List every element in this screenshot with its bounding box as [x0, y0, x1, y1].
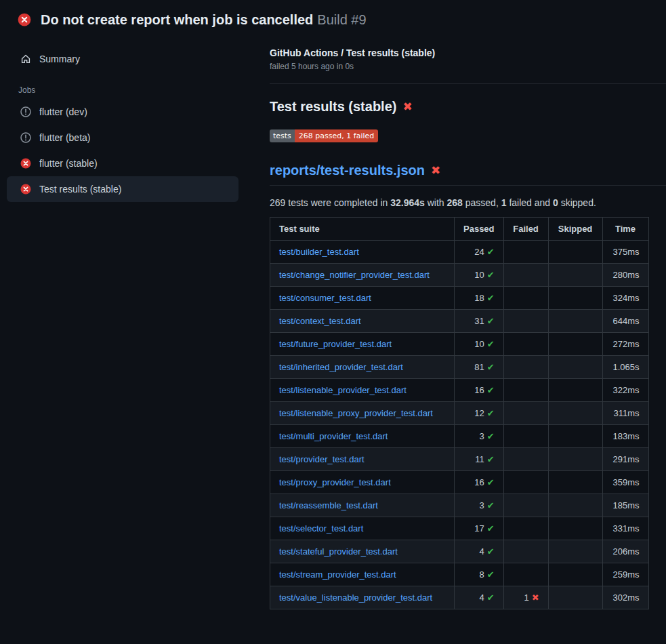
jobs-list: flutter (dev)flutter (beta)flutter (stab…: [7, 99, 238, 202]
suite-link[interactable]: test/reassemble_test.dart: [279, 500, 378, 510]
failed-cell: [503, 333, 548, 356]
neutral-circle-icon: [20, 106, 31, 117]
summary-line: 269 tests were completed in 32.964s with…: [270, 197, 666, 208]
time-cell: 302ms: [602, 586, 648, 609]
suite-link[interactable]: test/consumer_test.dart: [279, 293, 371, 303]
results-table: Test suitePassedFailedSkippedTime test/b…: [270, 217, 649, 609]
time-cell: 291ms: [602, 448, 648, 471]
passed-cell: 16✔: [455, 379, 504, 402]
column-header-time: Time: [602, 218, 648, 241]
time-cell: 259ms: [602, 563, 648, 586]
sidebar-item-label: flutter (stable): [39, 158, 98, 169]
pass-check-icon: ✔: [487, 592, 495, 603]
suite-link[interactable]: test/context_test.dart: [279, 316, 361, 326]
passed-cell: 81✔: [455, 356, 504, 379]
summary-text: skipped.: [558, 197, 596, 208]
skipped-cell: [548, 356, 602, 379]
summary-bold-value: 1: [501, 197, 507, 208]
check-title-text: Test results (stable): [270, 99, 396, 115]
suite-cell: test/stateful_provider_test.dart: [270, 540, 455, 563]
skipped-cell: [548, 379, 602, 402]
sidebar-item-flutter-beta[interactable]: flutter (beta): [7, 125, 238, 150]
time-cell: 322ms: [602, 379, 648, 402]
skipped-cell: [548, 563, 602, 586]
passed-cell: 11✔: [455, 448, 504, 471]
column-header-passed: Passed: [455, 218, 504, 241]
failed-status-icon: [18, 13, 31, 26]
column-header-failed: Failed: [503, 218, 548, 241]
summary-bold-value: 268: [447, 197, 463, 208]
suite-link[interactable]: test/inherited_provider_test.dart: [279, 362, 403, 372]
time-cell: 1.065s: [602, 356, 648, 379]
pass-check-icon: ✔: [487, 408, 495, 418]
suite-link[interactable]: test/change_notifier_provider_test.dart: [279, 270, 430, 280]
failed-cell: 1✖: [503, 586, 548, 609]
suite-link[interactable]: test/stream_provider_test.dart: [279, 569, 396, 580]
passed-cell: 8✔: [455, 563, 504, 586]
suite-cell: test/reassemble_test.dart: [270, 494, 455, 517]
passed-cell: 4✔: [455, 540, 504, 563]
neutral-circle-icon: [20, 132, 31, 143]
suite-link[interactable]: test/selector_test.dart: [279, 523, 363, 534]
time-cell: 311ms: [602, 402, 648, 425]
pass-check-icon: ✔: [487, 431, 495, 441]
summary-text: 269 tests were completed in: [270, 197, 390, 208]
failed-cell: [503, 310, 548, 333]
suite-cell: test/selector_test.dart: [270, 517, 455, 540]
suite-link[interactable]: test/proxy_provider_test.dart: [279, 477, 391, 487]
sidebar-item-test-results-stable[interactable]: Test results (stable): [7, 176, 238, 202]
pass-check-icon: ✔: [487, 569, 495, 580]
sidebar-item-label: Summary: [39, 54, 80, 64]
passed-cell: 4✔: [455, 586, 504, 609]
time-cell: 644ms: [602, 310, 648, 333]
suite-cell: test/provider_test.dart: [270, 448, 455, 471]
suite-link[interactable]: test/value_listenable_provider_test.dart: [279, 592, 432, 603]
build-number: Build #9: [317, 12, 366, 27]
skipped-cell: [548, 310, 602, 333]
time-cell: 206ms: [602, 540, 648, 563]
table-row: test/multi_provider_test.dart3✔183ms: [270, 425, 649, 448]
suite-cell: test/inherited_provider_test.dart: [270, 356, 455, 379]
time-cell: 375ms: [602, 241, 648, 264]
failed-circle-icon: [20, 158, 31, 169]
skipped-cell: [548, 586, 602, 609]
skipped-cell: [548, 333, 602, 356]
passed-cell: 3✔: [455, 494, 504, 517]
run-meta: failed 5 hours ago in 0s: [270, 62, 666, 71]
passed-cell: 17✔: [455, 517, 504, 540]
sidebar-item-summary[interactable]: Summary: [7, 46, 238, 72]
failed-cell: [503, 379, 548, 402]
sidebar-item-flutter-stable[interactable]: flutter (stable): [7, 150, 238, 176]
failed-cell: [503, 264, 548, 287]
suite-link[interactable]: test/listenable_proxy_provider_test.dart: [279, 408, 433, 418]
failed-cell: [503, 402, 548, 425]
table-row: test/stream_provider_test.dart8✔259ms: [270, 563, 649, 586]
failed-cell: [503, 425, 548, 448]
table-row: test/stateful_provider_test.dart4✔206ms: [270, 540, 649, 563]
pass-check-icon: ✔: [487, 477, 495, 487]
failed-cell: [503, 494, 548, 517]
skipped-cell: [548, 264, 602, 287]
suite-cell: test/listenable_provider_test.dart: [270, 379, 455, 402]
skipped-cell: [548, 448, 602, 471]
report-link[interactable]: reports/test-results.json: [270, 163, 425, 178]
table-row: test/inherited_provider_test.dart81✔1.06…: [270, 356, 649, 379]
table-row: test/consumer_test.dart18✔324ms: [270, 287, 649, 310]
failed-cell: [503, 563, 548, 586]
failed-cell: [503, 241, 548, 264]
suite-link[interactable]: test/stateful_provider_test.dart: [279, 546, 398, 557]
suite-cell: test/future_provider_test.dart: [270, 333, 455, 356]
suite-link[interactable]: test/listenable_provider_test.dart: [279, 385, 407, 395]
skipped-cell: [548, 517, 602, 540]
suite-link[interactable]: test/multi_provider_test.dart: [279, 431, 388, 441]
suite-link[interactable]: test/builder_test.dart: [279, 247, 359, 257]
suite-cell: test/change_notifier_provider_test.dart: [270, 264, 455, 287]
suite-link[interactable]: test/provider_test.dart: [279, 454, 365, 464]
suite-link[interactable]: test/future_provider_test.dart: [279, 339, 392, 349]
pass-check-icon: ✔: [487, 270, 495, 280]
sidebar-item-flutter-dev[interactable]: flutter (dev): [7, 99, 238, 125]
time-cell: 359ms: [602, 471, 648, 494]
pass-check-icon: ✔: [487, 500, 495, 510]
suite-cell: test/proxy_provider_test.dart: [270, 471, 455, 494]
pass-check-icon: ✔: [487, 454, 495, 464]
